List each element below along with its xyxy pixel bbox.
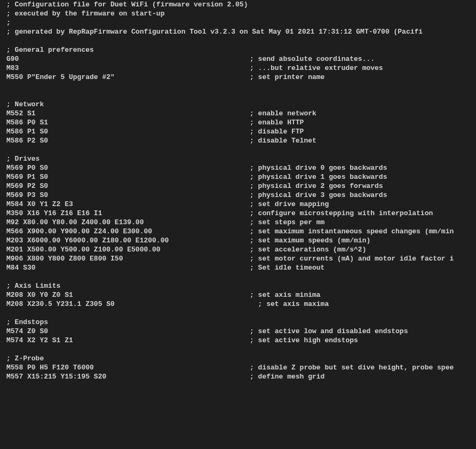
code-line[interactable]: ; General preferences xyxy=(0,45,476,54)
gcode-comment: ; disable Z probe but set dive height, p… xyxy=(250,363,454,372)
gcode-comment: ; disable FTP xyxy=(250,127,304,136)
code-line[interactable]: M569 P2 S0; physical drive 2 goes forwar… xyxy=(0,182,476,191)
gcode-comment: ; Set idle timeout xyxy=(250,263,324,272)
code-line[interactable]: ; Endstops xyxy=(0,318,476,327)
code-line[interactable]: M586 P1 S0; disable FTP xyxy=(0,127,476,136)
code-text: ; executed by the firmware on start-up xyxy=(6,9,164,18)
code-line[interactable]: M906 X800 Y800 Z800 E800 I50; set motor … xyxy=(0,254,476,263)
gcode-command: M208 X0 Y0 Z0 S1 xyxy=(6,290,250,300)
code-line[interactable] xyxy=(0,272,476,281)
gcode-comment: ; set steps per mm xyxy=(250,218,324,227)
code-line[interactable]: M586 P2 S0; disable Telnet xyxy=(0,136,476,145)
code-text xyxy=(6,309,11,318)
code-text: ; generated by RepRapFirmware Configurat… xyxy=(6,27,423,36)
code-editor[interactable]: ; Configuration file for Duet WiFi (firm… xyxy=(0,0,476,381)
gcode-command: M92 X80.00 Y80.00 Z400.00 E139.00 xyxy=(6,218,250,227)
gcode-command: M203 X6000.00 Y6000.00 Z180.00 E1200.00 xyxy=(6,236,250,245)
code-text: ; Configuration file for Duet WiFi (firm… xyxy=(6,0,248,9)
gcode-comment: ; ...but relative extruder moves xyxy=(250,64,383,73)
code-line[interactable]: M552 S1; enable network xyxy=(0,109,476,118)
gcode-comment: ; set maximum speeds (mm/min) xyxy=(250,236,370,245)
code-line[interactable]: M92 X80.00 Y80.00 Z400.00 E139.00; set s… xyxy=(0,218,476,227)
code-line[interactable]: M566 X900.00 Y900.00 Z24.00 E300.00; set… xyxy=(0,227,476,236)
code-line[interactable]: M557 X15:215 Y15:195 S20; define mesh gr… xyxy=(0,372,476,381)
gcode-comment: ; define mesh grid xyxy=(250,372,324,381)
code-line[interactable] xyxy=(0,145,476,154)
gcode-comment: ; physical drive 1 goes backwards xyxy=(250,172,387,182)
code-line[interactable]: M201 X500.00 Y500.00 Z100.00 E5000.00; s… xyxy=(0,245,476,254)
gcode-command: M566 X900.00 Y900.00 Z24.00 E300.00 xyxy=(6,227,250,236)
code-line[interactable] xyxy=(0,345,476,354)
code-line[interactable]: M574 Z0 S0; set active low and disabled … xyxy=(0,327,476,336)
code-line[interactable]: M83; ...but relative extruder moves xyxy=(0,64,476,73)
code-line[interactable]: M569 P0 S0; physical drive 0 goes backwa… xyxy=(0,163,476,172)
code-line[interactable]: ; Axis Limits xyxy=(0,281,476,290)
code-line[interactable]: M203 X6000.00 Y6000.00 Z180.00 E1200.00;… xyxy=(0,236,476,245)
gcode-comment: ; set accelerations (mm/s^2) xyxy=(250,245,366,254)
gcode-command: M201 X500.00 Y500.00 Z100.00 E5000.00 xyxy=(6,245,250,254)
code-line[interactable]: ; Configuration file for Duet WiFi (firm… xyxy=(0,0,476,9)
code-line[interactable]: ; executed by the firmware on start-up xyxy=(0,9,476,18)
code-line[interactable] xyxy=(0,82,476,91)
gcode-command: M574 X2 Y2 S1 Z1 xyxy=(6,336,250,345)
code-line[interactable]: M208 X230.5 Y231.1 Z305 S0 ; set axis ma… xyxy=(0,300,476,309)
code-text: ; Endstops xyxy=(6,318,48,327)
code-line[interactable]: M584 X0 Y1 Z2 E3; set drive mapping xyxy=(0,200,476,209)
gcode-comment: ; disable Telnet xyxy=(250,136,316,145)
gcode-command: M350 X16 Y16 Z16 E16 I1 xyxy=(6,209,250,218)
gcode-command: M557 X15:215 Y15:195 S20 xyxy=(6,372,250,381)
code-text xyxy=(6,345,11,354)
gcode-comment: ; set axis minima xyxy=(250,290,321,300)
code-line[interactable]: M550 P"Ender 5 Upgrade #2"; set printer … xyxy=(0,73,476,82)
code-line[interactable]: ; xyxy=(0,18,476,27)
code-text xyxy=(6,36,11,45)
code-line[interactable]: ; Network xyxy=(0,100,476,109)
gcode-comment: ; set motor currents (mA) and motor idle… xyxy=(250,254,454,263)
gcode-comment: ; send absolute coordinates... xyxy=(250,54,375,64)
gcode-comment: ; set maximum instantaneous speed change… xyxy=(250,227,454,236)
gcode-comment: ; physical drive 3 goes backwards xyxy=(250,191,387,200)
gcode-command: M208 X230.5 Y231.1 Z305 S0 xyxy=(6,300,250,309)
gcode-comment: ; physical drive 2 goes forwards xyxy=(250,182,383,191)
code-line[interactable]: M574 X2 Y2 S1 Z1; set active high endsto… xyxy=(0,336,476,345)
code-text xyxy=(6,145,11,154)
gcode-command: M84 S30 xyxy=(6,263,250,272)
code-text xyxy=(6,91,11,100)
code-text: ; Drives xyxy=(6,154,39,163)
gcode-command: M586 P2 S0 xyxy=(6,136,250,145)
gcode-comment: ; set active low and disabled endstops xyxy=(250,327,408,336)
gcode-command: M586 P0 S1 xyxy=(6,118,250,127)
gcode-command: M586 P1 S0 xyxy=(6,127,250,136)
gcode-comment: ; physical drive 0 goes backwards xyxy=(250,163,387,172)
code-text: ; General preferences xyxy=(6,45,94,54)
code-line[interactable]: G90; send absolute coordinates... xyxy=(0,54,476,64)
code-line[interactable] xyxy=(0,36,476,45)
gcode-command: M574 Z0 S0 xyxy=(6,327,250,336)
code-line[interactable]: M569 P3 S0; physical drive 3 goes backwa… xyxy=(0,191,476,200)
code-line[interactable] xyxy=(0,91,476,100)
gcode-command: M906 X800 Y800 Z800 E800 I50 xyxy=(6,254,250,263)
code-line[interactable]: M569 P1 S0; physical drive 1 goes backwa… xyxy=(0,172,476,182)
gcode-comment: ; set active high endstops xyxy=(250,336,358,345)
code-line[interactable]: ; generated by RepRapFirmware Configurat… xyxy=(0,27,476,36)
gcode-command: M569 P1 S0 xyxy=(6,172,250,182)
code-line[interactable]: ; Z-Probe xyxy=(0,354,476,363)
gcode-command: M83 xyxy=(6,64,250,73)
gcode-command: M552 S1 xyxy=(6,109,250,118)
code-line[interactable]: M350 X16 Y16 Z16 E16 I1; configure micro… xyxy=(0,209,476,218)
gcode-command: M584 X0 Y1 Z2 E3 xyxy=(6,200,250,209)
gcode-command: M558 P0 H5 F120 T6000 xyxy=(6,363,250,372)
gcode-command: G90 xyxy=(6,54,250,64)
gcode-command: M569 P2 S0 xyxy=(6,182,250,191)
code-line[interactable]: M208 X0 Y0 Z0 S1; set axis minima xyxy=(0,290,476,300)
code-line[interactable]: M558 P0 H5 F120 T6000; disable Z probe b… xyxy=(0,363,476,372)
code-line[interactable]: M586 P0 S1; enable HTTP xyxy=(0,118,476,127)
gcode-comment: ; set axis maxima xyxy=(250,300,329,309)
gcode-comment: ; configure microstepping with interpola… xyxy=(250,209,433,218)
code-text xyxy=(6,82,11,91)
code-line[interactable]: M84 S30; Set idle timeout xyxy=(0,263,476,272)
code-line[interactable]: ; Drives xyxy=(0,154,476,163)
code-line[interactable] xyxy=(0,309,476,318)
gcode-comment: ; enable HTTP xyxy=(250,118,304,127)
gcode-comment: ; enable network xyxy=(250,109,316,118)
